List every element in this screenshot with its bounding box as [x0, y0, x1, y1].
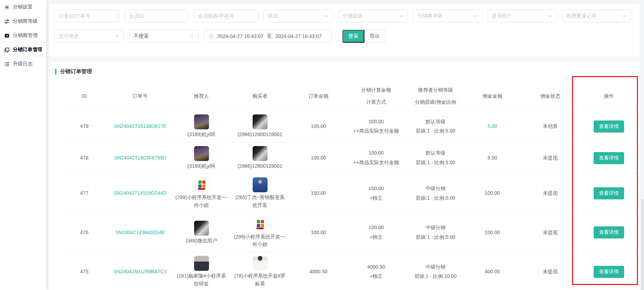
- date-range-picker[interactable]: 2024-04-27 16:43:07 至 2024-04-27 16:43:0…: [204, 30, 332, 43]
- distributor-grade-select[interactable]: 分销商等级: [413, 10, 482, 22]
- table-title-block: 分销订单管理: [49, 62, 640, 75]
- order-no-link[interactable]: SN2404271603F6799D: [114, 155, 166, 161]
- sidebar-item-distributor-grade[interactable]: 分销商等级: [0, 14, 46, 28]
- sidebar-item-distribution-settings[interactable]: 分销设置: [0, 0, 46, 14]
- calc-method: +独立: [351, 194, 402, 202]
- grade-name: 默认等级: [407, 149, 464, 157]
- cell-commission-status: 未提现: [518, 229, 583, 237]
- chevron-down-icon: [399, 14, 403, 18]
- cell-commission: 100.00: [467, 189, 518, 197]
- referrer-avatar: [194, 256, 209, 271]
- search-mode-select[interactable]: 不搜索: [129, 30, 199, 43]
- sidebar-item-distributor-management[interactable]: 分销商管理: [0, 28, 46, 43]
- cell-commission-status: 未提现: [518, 268, 583, 276]
- cell-commission: 100.00: [467, 229, 518, 237]
- sidebar-item-distribution-orders[interactable]: 分销订单管理: [0, 43, 46, 57]
- order-no-link[interactable]: SN24042601289BA7C1: [114, 269, 166, 274]
- order-id-input[interactable]: [54, 10, 119, 22]
- buyer-name: (299)小程序系统开发~~何小姐: [233, 233, 286, 248]
- cell-commission: 400.05: [467, 268, 518, 276]
- view-detail-button[interactable]: 查看详情: [594, 152, 624, 164]
- order-table-panel: 分销订单管理 ID 订单号 推荐人 购买者 订单金额 分销计算金额 计算方式 推…: [49, 62, 640, 290]
- sidebar-item-label: 分销商等级: [13, 18, 38, 25]
- sidebar: 分销设置 分销商等级 分销商管理 分销订单管理 升级日志: [0, 0, 46, 290]
- referrer-avatar: [194, 221, 209, 236]
- cell-grade: 中级分销 层级:1 - 比例:0.00: [404, 224, 467, 241]
- chevron-down-icon: [473, 14, 477, 18]
- chevron-down-icon: [190, 34, 194, 38]
- member-id-input[interactable]: [125, 10, 188, 22]
- cell-order-amount: 4000.50: [289, 268, 348, 276]
- header-order-amount: 订单金额: [289, 92, 348, 100]
- header-order-no: 订单号: [108, 92, 172, 100]
- referrer-cell: (348)微信用户: [175, 221, 228, 245]
- referrer-avatar: [194, 114, 209, 129]
- grade-name: 中级分销: [407, 185, 464, 193]
- search-mode-select-value: 不搜索: [134, 33, 149, 39]
- referrer-cell: (299)小程序系统开发~~何小姐: [175, 177, 228, 209]
- referrer-name: (299)小程序系统开发~~何小姐: [175, 194, 228, 209]
- cell-id: 478: [60, 154, 108, 162]
- buyer-cell: (2866)12800128001: [233, 114, 286, 139]
- sidebar-item-label: 升级日志: [13, 61, 33, 67]
- cell-commission-status: 未提现: [518, 189, 583, 197]
- order-no-link[interactable]: SN24042714529D244D: [114, 190, 167, 196]
- view-detail-button[interactable]: 查看详情: [594, 266, 624, 278]
- view-detail-button[interactable]: 查看详情: [594, 226, 624, 238]
- orders-icon: [4, 47, 10, 53]
- level-ratio: 层级:1 - 比例:0.00: [407, 194, 464, 202]
- header-grade-line2: 分销层级/佣金比例: [407, 98, 464, 106]
- cell-id: 479: [60, 123, 108, 130]
- duplicate-check-select-value: 检测重复记录: [567, 13, 596, 19]
- calc-amount: 4000.50: [351, 263, 402, 271]
- title-accent-bar: [55, 69, 56, 75]
- grade-name: 中级分销: [407, 263, 464, 271]
- cell-id: 477: [60, 189, 108, 197]
- table-row: 477 SN24042714529D244D (299)小程序系统开发~~何小姐…: [60, 173, 640, 213]
- distribution-admin-page: 分销设置 分销商等级 分销商管理 分销订单管理 升级日志: [0, 0, 644, 290]
- member-nick-input[interactable]: [193, 10, 258, 22]
- distributor-grade-select-value: 分销商等级: [418, 13, 442, 19]
- buyer-avatar: [253, 217, 268, 232]
- calc-method: +独立: [351, 273, 402, 280]
- duplicate-check-select[interactable]: 检测重复记录: [562, 10, 631, 22]
- order-no-link[interactable]: SN24042716138D817E: [114, 123, 166, 129]
- table-row: 479 SN24042716138D817E (3189)机yi阿 (2866)…: [60, 111, 640, 142]
- chevron-down-icon: [548, 14, 552, 18]
- table-header-row: ID 订单号 推荐人 购买者 订单金额 分销计算金额 计算方式 推荐者分销等级 …: [60, 82, 640, 111]
- is-statistic-select-value: 是否统计: [492, 13, 512, 19]
- level-select[interactable]: 分销层级: [338, 10, 408, 22]
- sidebar-item-upgrade-log[interactable]: 升级日志: [0, 57, 46, 71]
- referrer-cell: (3189)机yi阿: [175, 146, 228, 170]
- cell-calc: 150.00 +独立: [348, 185, 404, 202]
- view-detail-button[interactable]: 查看详情: [594, 120, 624, 133]
- vertical-scrollbar[interactable]: [641, 199, 644, 290]
- buyer-name: (2866)12800128001: [237, 162, 282, 170]
- referrer-avatar: [194, 146, 209, 161]
- status-select[interactable]: 状态: [263, 10, 333, 22]
- chevron-down-icon: [324, 14, 328, 18]
- table-row: 475 SN24042601289BA7C1 (181)杨家隆#小程序系统研发 …: [60, 252, 640, 290]
- export-button[interactable]: 导出: [364, 30, 385, 43]
- date-end-value: 2024-04-27 16:43:07: [275, 33, 321, 39]
- date-separator: 至: [267, 33, 272, 39]
- cell-commission-status: 未结算: [518, 123, 583, 130]
- pay-status-select[interactable]: 支付状态: [54, 30, 124, 43]
- order-no-link[interactable]: SN240427438402D4E: [115, 230, 165, 235]
- buyer-cell: (78)小程序系统开发#罗标英: [233, 256, 286, 288]
- view-detail-button[interactable]: 查看详情: [594, 187, 624, 199]
- level-ratio: 层级:1 - 比例:10.00: [407, 273, 464, 280]
- is-statistic-select[interactable]: 是否统计: [487, 10, 557, 22]
- log-icon: [4, 61, 10, 67]
- chevron-down-icon: [622, 14, 626, 18]
- cell-grade: 中级分销 层级:1 - 比例:10.00: [404, 263, 467, 280]
- referrer-cell: (181)杨家隆#小程序系统研发: [175, 256, 228, 288]
- buyer-name: (78)小程序系统开发#罗标英: [233, 272, 286, 288]
- sidebar-item-label: 分销订单管理: [13, 47, 42, 53]
- table-row: 478 SN2404271603F6799D (3189)机yi阿 (2866)…: [60, 142, 640, 174]
- cell-commission-status: 未提现: [518, 154, 583, 162]
- cell-calc: 4000.50 +独立: [348, 263, 404, 280]
- buyer-avatar: [253, 177, 268, 192]
- search-button[interactable]: 搜索: [342, 30, 364, 43]
- buyer-avatar: [253, 146, 268, 161]
